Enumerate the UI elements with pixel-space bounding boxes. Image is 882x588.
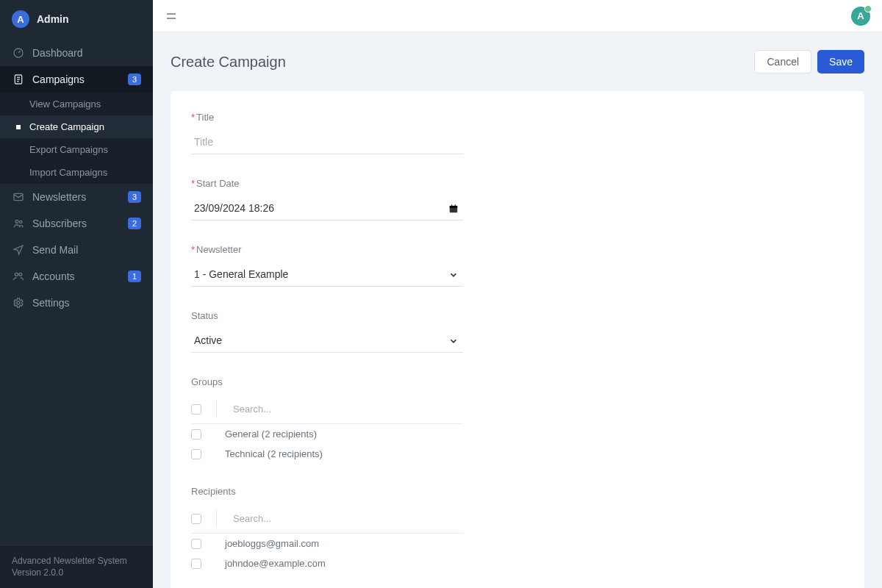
groups-search-row: [191, 398, 463, 424]
group-label: Technical (2 recipients): [225, 448, 323, 459]
title-input[interactable]: [191, 130, 463, 154]
nav-label: Newsletters: [32, 191, 121, 203]
recipient-checkbox[interactable]: [191, 559, 201, 569]
label-start-date: *Start Date: [191, 178, 463, 189]
field-title: *Title: [191, 112, 463, 154]
groups-search-input[interactable]: [232, 401, 463, 417]
svg-point-6: [15, 220, 18, 223]
gear-icon: [12, 297, 25, 309]
nav-label: Settings: [32, 297, 141, 309]
status-select[interactable]: Active: [191, 329, 463, 353]
nav-badge: 3: [128, 191, 141, 203]
sidebar-footer: Advanced Newsletter System Version 2.0.0: [0, 545, 153, 588]
field-start-date: *Start Date 23/09/2024 18:26: [191, 178, 463, 220]
main: A Create Campaign Cancel Save *Title *St…: [153, 0, 882, 588]
recipient-label: joebloggs@gmail.com: [225, 538, 319, 549]
svg-point-7: [20, 220, 22, 223]
group-checkbox[interactable]: [191, 429, 201, 440]
sidebar-header: A Admin: [0, 0, 153, 38]
subnav-export-campaigns[interactable]: Export Campaigns: [0, 138, 153, 161]
sidebar: A Admin Dashboard Campaigns 3 View Campa…: [0, 0, 153, 588]
recipient-checkbox[interactable]: [191, 539, 201, 549]
save-button[interactable]: Save: [817, 50, 864, 74]
nav-item-subscribers[interactable]: Subscribers 2: [0, 210, 153, 237]
subnav-campaigns: View Campaigns Create Campaign Export Ca…: [0, 93, 153, 184]
nav-badge: 2: [128, 218, 141, 229]
nav-label: Subscribers: [32, 218, 121, 229]
label-status: Status: [191, 310, 463, 321]
svg-point-8: [15, 273, 18, 276]
group-row: Technical (2 recipients): [191, 444, 463, 464]
footer-line2: Version 2.0.0: [12, 567, 141, 578]
nav-item-accounts[interactable]: Accounts 1: [0, 263, 153, 290]
cancel-button[interactable]: Cancel: [754, 50, 811, 74]
recipients-search-input[interactable]: [232, 510, 463, 527]
nav-badge: 3: [128, 74, 141, 85]
label-recipients: Recipients: [191, 486, 463, 497]
nav-label: Send Mail: [32, 244, 141, 256]
mail-icon: [12, 191, 25, 203]
sidebar-user-name: Admin: [37, 13, 69, 25]
required-icon: *: [191, 244, 195, 255]
label-newsletter-text: Newsletter: [196, 244, 241, 255]
page-actions: Cancel Save: [754, 50, 864, 74]
recipient-label: johndoe@example.com: [225, 558, 326, 569]
start-date-input[interactable]: 23/09/2024 18:26: [191, 196, 463, 220]
newsletter-select[interactable]: 1 - General Example: [191, 262, 463, 287]
nav-item-newsletters[interactable]: Newsletters 3: [0, 184, 153, 210]
label-title-text: Title: [196, 112, 214, 123]
label-title: *Title: [191, 112, 463, 123]
menu-toggle-icon[interactable]: [165, 10, 178, 23]
label-start-date-text: Start Date: [196, 178, 240, 189]
subnav-create-campaign[interactable]: Create Campaign: [0, 115, 153, 138]
group-label: General (2 recipients): [225, 429, 317, 440]
group-checkbox[interactable]: [191, 449, 201, 459]
subnav-view-campaigns[interactable]: View Campaigns: [0, 93, 153, 115]
field-newsletter: *Newsletter 1 - General Example: [191, 244, 463, 287]
nav-item-send-mail[interactable]: Send Mail: [0, 237, 153, 263]
subnav-label: View Campaigns: [29, 98, 101, 110]
nav-list: Dashboard Campaigns 3 View Campaigns Cre…: [0, 40, 153, 316]
topbar: A: [153, 0, 882, 32]
form-card: *Title *Start Date 23/09/2024 18:26 *New…: [171, 91, 864, 588]
svg-point-9: [19, 273, 22, 276]
svg-point-10: [17, 301, 20, 304]
divider: [216, 401, 217, 417]
nav-badge: 1: [128, 270, 141, 282]
content: Create Campaign Cancel Save *Title *Star…: [153, 32, 882, 588]
recipients-search-row: [191, 507, 463, 534]
recipient-row: joebloggs@gmail.com: [191, 534, 463, 553]
page-title: Create Campaign: [171, 54, 286, 71]
groups-block: Groups General (2 recipients) Technical …: [191, 376, 463, 464]
clipboard-icon: [12, 74, 25, 85]
subnav-label: Export Campaigns: [29, 144, 108, 155]
label-groups: Groups: [191, 376, 463, 387]
nav-item-settings[interactable]: Settings: [0, 290, 153, 316]
field-status: Status Active: [191, 310, 463, 353]
required-icon: *: [191, 178, 195, 189]
recipient-row: johndoe@example.com: [191, 553, 463, 573]
nav-item-campaigns[interactable]: Campaigns 3: [0, 66, 153, 93]
recipients-select-all-checkbox[interactable]: [191, 514, 201, 524]
nav-label: Dashboard: [32, 47, 141, 59]
subnav-label: Import Campaigns: [29, 167, 107, 178]
recipients-block: Recipients joebloggs@gmail.com johndoe@e…: [191, 486, 463, 573]
required-icon: *: [191, 112, 195, 123]
label-newsletter: *Newsletter: [191, 244, 463, 255]
nav-item-dashboard[interactable]: Dashboard: [0, 40, 153, 66]
group-row: General (2 recipients): [191, 424, 463, 444]
footer-line1: Advanced Newsletter System: [12, 556, 141, 566]
send-icon: [12, 244, 25, 256]
page-header: Create Campaign Cancel Save: [171, 50, 864, 74]
nav-label: Campaigns: [32, 74, 121, 85]
accounts-icon: [12, 270, 25, 282]
users-icon: [12, 218, 25, 229]
divider: [216, 510, 217, 527]
sidebar-avatar[interactable]: A: [12, 10, 29, 28]
topbar-avatar[interactable]: A: [851, 7, 870, 26]
groups-select-all-checkbox[interactable]: [191, 404, 201, 415]
subnav-label: Create Campaign: [29, 121, 104, 132]
subnav-import-campaigns[interactable]: Import Campaigns: [0, 161, 153, 184]
gauge-icon: [12, 47, 25, 59]
nav-label: Accounts: [32, 270, 121, 282]
